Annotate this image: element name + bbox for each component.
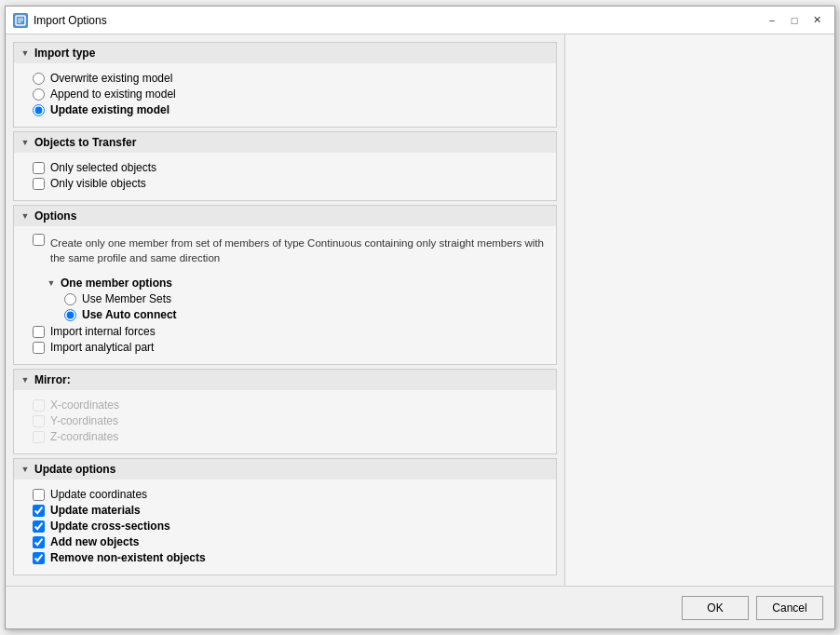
section-import-type-header[interactable]: ▼ Import type: [14, 43, 556, 63]
checkbox-update-materials-input[interactable]: [33, 505, 45, 517]
section-objects-transfer-content: Only selected objects Only visible objec…: [14, 153, 556, 200]
radio-append: Append to existing model: [33, 88, 549, 101]
radio-overwrite: Overwrite existing model: [33, 72, 549, 85]
section-objects-transfer: ▼ Objects to Transfer Only selected obje…: [13, 131, 557, 201]
checkbox-import-internal-forces-label[interactable]: Import internal forces: [50, 325, 156, 338]
section-mirror: ▼ Mirror: X-coordinates Y-coordinates Z-…: [13, 369, 557, 454]
sub-section-one-member-header[interactable]: ▼ One member options: [46, 277, 549, 290]
section-options-header[interactable]: ▼ Options: [14, 206, 556, 226]
checkbox-one-member-input[interactable]: [33, 234, 45, 246]
section-import-type-content: Overwrite existing model Append to exist…: [14, 63, 556, 127]
section-mirror-header[interactable]: ▼ Mirror:: [14, 370, 556, 390]
radio-update-input[interactable]: [33, 104, 45, 116]
checkbox-update-materials: Update materials: [33, 504, 549, 517]
section-update-options-content: Update coordinates Update materials Upda…: [14, 480, 556, 574]
checkbox-update-materials-label[interactable]: Update materials: [50, 504, 141, 517]
checkbox-update-coordinates-label[interactable]: Update coordinates: [50, 488, 147, 501]
section-objects-transfer-title: Objects to Transfer: [34, 136, 136, 149]
section-options: ▼ Options Create only one member from se…: [13, 205, 557, 365]
checkbox-x-coordinates: X-coordinates: [33, 399, 549, 412]
left-panel: ▼ Import type Overwrite existing model A…: [6, 34, 564, 586]
collapse-objects-transfer-icon: ▼: [20, 137, 31, 148]
checkbox-import-analytical-part: Import analytical part: [33, 341, 549, 354]
window-controls: − □ ✕: [762, 10, 827, 31]
checkbox-y-coordinates-input: [33, 415, 45, 427]
collapse-mirror-icon: ▼: [20, 374, 31, 385]
options-description-row: Create only one member from set of membe…: [33, 232, 549, 271]
checkbox-import-internal-forces: Import internal forces: [33, 325, 549, 338]
section-import-type-title: Import type: [34, 47, 95, 60]
checkbox-remove-nonexistent-input[interactable]: [33, 552, 45, 564]
cancel-button[interactable]: Cancel: [756, 596, 823, 620]
bottom-bar: OK Cancel: [6, 586, 834, 628]
radio-use-auto-connect-input[interactable]: [64, 309, 76, 321]
section-import-type: ▼ Import type Overwrite existing model A…: [13, 42, 557, 128]
ok-button[interactable]: OK: [682, 596, 749, 620]
checkbox-update-cross-sections: Update cross-sections: [33, 520, 549, 533]
checkbox-one-member-label[interactable]: Create only one member from set of membe…: [50, 236, 549, 265]
radio-update-label[interactable]: Update existing model: [50, 103, 169, 116]
checkbox-y-coordinates-label: Y-coordinates: [50, 414, 118, 427]
collapse-update-options-icon: ▼: [20, 464, 31, 475]
checkbox-import-internal-forces-input[interactable]: [33, 326, 45, 338]
checkbox-z-coordinates-input: [33, 431, 45, 443]
title-bar: Import Options − □ ✕: [6, 7, 834, 34]
radio-overwrite-label[interactable]: Overwrite existing model: [50, 72, 172, 85]
checkbox-import-analytical-part-input[interactable]: [33, 342, 45, 354]
radio-use-member-sets: Use Member Sets: [64, 292, 549, 305]
section-update-options-header[interactable]: ▼ Update options: [14, 459, 556, 480]
section-mirror-title: Mirror:: [34, 373, 71, 386]
checkbox-only-visible: Only visible objects: [33, 177, 549, 190]
right-panel: [564, 34, 834, 586]
radio-use-member-sets-input[interactable]: [64, 293, 76, 305]
close-button[interactable]: ✕: [806, 10, 827, 31]
radio-append-input[interactable]: [33, 88, 45, 101]
checkbox-only-selected: Only selected objects: [33, 161, 549, 174]
import-options-window: Import Options − □ ✕ ▼ Import type Overw…: [5, 6, 835, 629]
checkbox-only-visible-input[interactable]: [33, 178, 45, 190]
radio-use-member-sets-label[interactable]: Use Member Sets: [82, 292, 171, 305]
section-options-content: Create only one member from set of membe…: [14, 226, 556, 364]
section-objects-transfer-header[interactable]: ▼ Objects to Transfer: [14, 132, 556, 153]
collapse-one-member-icon: ▼: [46, 277, 57, 289]
checkbox-remove-nonexistent: Remove non-existent objects: [33, 551, 549, 564]
sub-section-one-member-title: One member options: [61, 277, 172, 290]
radio-use-auto-connect: Use Auto connect: [64, 308, 549, 321]
checkbox-x-coordinates-input: [33, 399, 45, 412]
checkbox-import-analytical-part-label[interactable]: Import analytical part: [50, 341, 154, 354]
window-icon: [13, 13, 28, 28]
window-body: ▼ Import type Overwrite existing model A…: [6, 34, 834, 586]
checkbox-update-cross-sections-input[interactable]: [33, 520, 45, 533]
checkbox-z-coordinates-label: Z-coordinates: [50, 430, 118, 443]
section-update-options: ▼ Update options Update coordinates Upda…: [13, 458, 557, 575]
checkbox-add-new-objects-input[interactable]: [33, 536, 45, 548]
collapse-options-icon: ▼: [20, 210, 31, 222]
radio-overwrite-input[interactable]: [33, 73, 45, 85]
minimize-button[interactable]: −: [762, 10, 782, 31]
radio-use-auto-connect-label[interactable]: Use Auto connect: [82, 308, 177, 321]
section-options-title: Options: [34, 209, 76, 223]
checkbox-x-coordinates-label: X-coordinates: [50, 399, 119, 412]
section-mirror-content: X-coordinates Y-coordinates Z-coordinate…: [14, 390, 556, 453]
checkbox-y-coordinates: Y-coordinates: [33, 414, 549, 427]
checkbox-update-coordinates-input[interactable]: [33, 489, 45, 501]
radio-append-label[interactable]: Append to existing model: [50, 88, 176, 101]
checkbox-z-coordinates: Z-coordinates: [33, 430, 549, 443]
checkbox-remove-nonexistent-label[interactable]: Remove non-existent objects: [50, 551, 206, 564]
checkbox-update-cross-sections-label[interactable]: Update cross-sections: [50, 520, 170, 533]
checkbox-only-selected-label[interactable]: Only selected objects: [50, 161, 156, 174]
checkbox-only-selected-input[interactable]: [33, 162, 45, 174]
maximize-button[interactable]: □: [784, 10, 805, 31]
radio-update: Update existing model: [33, 103, 549, 116]
checkbox-update-coordinates: Update coordinates: [33, 488, 549, 501]
window-title: Import Options: [34, 14, 762, 27]
sub-section-one-member: ▼ One member options Use Member Sets Use…: [46, 277, 549, 321]
one-member-suboptions: Use Member Sets Use Auto connect: [46, 292, 549, 321]
section-update-options-title: Update options: [34, 463, 115, 476]
checkbox-only-visible-label[interactable]: Only visible objects: [50, 177, 146, 190]
checkbox-add-new-objects: Add new objects: [33, 535, 549, 548]
checkbox-add-new-objects-label[interactable]: Add new objects: [50, 535, 139, 548]
collapse-import-type-icon: ▼: [20, 47, 31, 59]
